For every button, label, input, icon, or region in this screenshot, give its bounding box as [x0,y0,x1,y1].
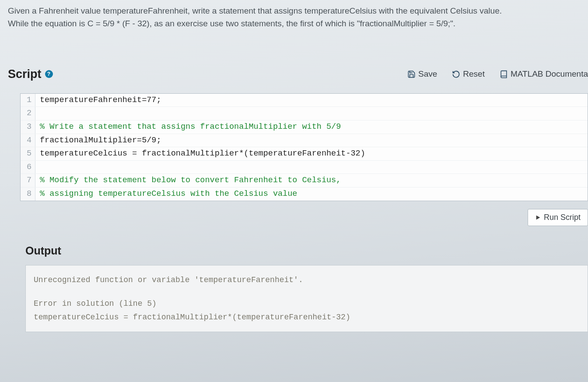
code-text[interactable] [35,107,40,120]
help-icon[interactable]: ? [45,70,53,78]
script-header: Script ? Save Reset MATLAB Documenta [8,67,588,81]
docs-label: MATLAB Documenta [511,69,588,79]
line-number: 5 [21,147,35,160]
code-text[interactable] [35,161,40,174]
run-row: Run Script [8,201,588,226]
code-line: 5temperatureCelcius = fractionalMultipli… [21,147,588,161]
line-number: 7 [21,174,35,187]
code-line: 6 [21,161,588,174]
run-script-button[interactable]: Run Script [528,209,588,226]
code-line: 3% Write a statement that assigns fracti… [21,120,588,134]
code-text[interactable]: % Write a statement that assigns fractio… [35,120,341,134]
code-line: 7% Modify the statement below to convert… [21,174,588,187]
line-number: 4 [21,134,35,147]
output-title: Output [25,244,588,257]
play-icon [535,215,541,220]
output-box: Unrecognized function or variable 'tempe… [25,265,588,332]
script-title-group: Script ? [8,67,53,81]
reset-button[interactable]: Reset [452,69,485,79]
line-number: 8 [21,187,35,201]
save-icon [407,70,416,78]
problem-statement: Given a Fahrenheit value temperatureFahr… [8,4,588,30]
code-text[interactable]: % assigning temperatureCelsius with the … [35,187,297,201]
code-editor[interactable]: 1temperatureFahrenheit=77; 2 3% Write a … [20,93,588,201]
code-text[interactable]: temperatureFahrenheit=77; [35,94,161,107]
code-text[interactable]: temperatureCelcius = fractionalMultiplie… [35,147,365,160]
output-spacer [34,286,580,297]
line-number: 1 [21,94,35,107]
code-line: 8% assigning temperatureCelsius with the… [21,187,588,201]
run-label: Run Script [544,213,581,222]
save-label: Save [418,69,437,79]
svg-marker-0 [536,215,540,219]
script-title: Script [8,67,42,81]
docs-link[interactable]: MATLAB Documenta [500,69,588,79]
line-number: 6 [21,161,35,174]
book-icon [500,70,508,78]
code-text[interactable]: % Modify the statement below to convert … [35,174,341,187]
output-line: temperatureCelcius = fractionalMultiplie… [34,311,580,324]
output-line: Error in solution (line 5) [34,297,580,311]
script-toolbar: Save Reset MATLAB Documenta [407,69,588,79]
code-line: 2 [21,107,588,120]
code-line: 4fractionalMultiplier=5/9; [21,134,588,148]
problem-line-2: While the equation is C = 5/9 * (F - 32)… [8,17,584,30]
reset-icon [452,70,460,78]
output-line: Unrecognized function or variable 'tempe… [34,273,580,287]
reset-label: Reset [463,69,485,79]
code-line: 1temperatureFahrenheit=77; [21,94,588,107]
code-text[interactable]: fractionalMultiplier=5/9; [35,134,161,147]
line-number: 2 [21,107,35,120]
problem-line-1: Given a Fahrenheit value temperatureFahr… [8,4,584,17]
save-button[interactable]: Save [407,69,437,79]
line-number: 3 [21,120,35,134]
